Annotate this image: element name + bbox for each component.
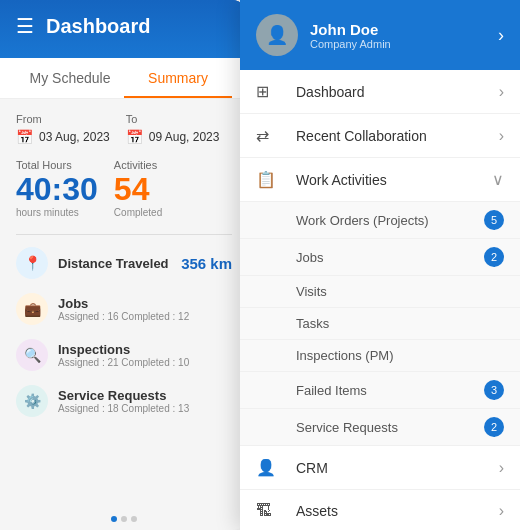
sub-item-failed-items[interactable]: Failed Items 3 — [240, 372, 520, 409]
stats-row: Total Hours 40:30 hours minutes Activiti… — [16, 159, 232, 218]
jobs-badge: 2 — [484, 247, 504, 267]
menu-item-work-activities[interactable]: 📋 Work Activities ∨ — [240, 158, 520, 202]
work-orders-badge: 5 — [484, 210, 504, 230]
to-date: 09 Aug, 2023 — [149, 130, 220, 144]
total-hours-label: Total Hours — [16, 159, 98, 171]
distance-item: 📍 Distance Traveled 356 km — [16, 247, 232, 279]
sub-item-jobs[interactable]: Jobs 2 — [240, 239, 520, 276]
service-label: Service Requests — [58, 388, 189, 403]
inspections-item: 🔍 Inspections Assigned : 21 Completed : … — [16, 339, 232, 371]
work-activities-chevron-icon: ∨ — [492, 170, 504, 189]
sub-item-work-orders[interactable]: Work Orders (Projects) 5 — [240, 202, 520, 239]
sub-item-inspections-pm[interactable]: Inspections (PM) — [240, 340, 520, 372]
service-sub: Assigned : 18 Completed : 13 — [58, 403, 189, 414]
date-row: From 📅 03 Aug, 2023 To 📅 09 Aug, 2023 — [16, 113, 232, 145]
dashboard-chevron-icon: › — [499, 83, 504, 101]
work-activities-icon: 📋 — [256, 170, 284, 189]
tabs-row: My Schedule Summary — [0, 58, 248, 99]
tasks-label: Tasks — [296, 316, 504, 331]
hours-value: 40:30 — [16, 173, 98, 205]
assets-chevron-icon: › — [499, 502, 504, 520]
to-date-group: To 📅 09 Aug, 2023 — [126, 113, 220, 145]
activities-group: Activities 54 Completed — [114, 159, 162, 218]
service-requests-label: Service Requests — [296, 420, 484, 435]
sub-item-tasks[interactable]: Tasks — [240, 308, 520, 340]
user-role: Company Admin — [310, 38, 391, 50]
user-info: 👤 John Doe Company Admin — [256, 14, 391, 56]
menu-item-crm[interactable]: 👤 CRM › — [240, 446, 520, 490]
page-title: Dashboard — [46, 15, 150, 38]
dot-1 — [111, 516, 117, 522]
divider — [16, 234, 232, 235]
from-date-group: From 📅 03 Aug, 2023 — [16, 113, 110, 145]
right-panel: 👤 John Doe Company Admin › ⊞ Dashboard ›… — [240, 0, 520, 530]
menu-item-assets[interactable]: 🏗 Assets › — [240, 490, 520, 530]
crm-icon: 👤 — [256, 458, 284, 477]
scroll-indicator — [111, 516, 137, 522]
total-hours-group: Total Hours 40:30 hours minutes — [16, 159, 98, 218]
menu-item-recent-collab[interactable]: ⇄ Recent Collaboration › — [240, 114, 520, 158]
inspections-icon: 🔍 — [16, 339, 48, 371]
user-chevron-icon: › — [498, 25, 504, 46]
crm-label: CRM — [296, 460, 499, 476]
failed-items-label: Failed Items — [296, 383, 484, 398]
jobs-sub-label: Jobs — [296, 250, 484, 265]
assets-label: Assets — [296, 503, 499, 519]
right-header[interactable]: 👤 John Doe Company Admin › — [240, 0, 520, 70]
distance-value: 356 km — [181, 255, 232, 272]
service-requests-badge: 2 — [484, 417, 504, 437]
inspections-label: Inspections — [58, 342, 189, 357]
jobs-sub: Assigned : 16 Completed : 12 — [58, 311, 189, 322]
calendar-icon-2: 📅 — [126, 129, 143, 145]
collab-chevron-icon: › — [499, 127, 504, 145]
activities-label: Activities — [114, 159, 162, 171]
to-label: To — [126, 113, 220, 125]
work-activities-label: Work Activities — [296, 172, 492, 188]
left-panel: ☰ Dashboard My Schedule Summary From 📅 0… — [0, 0, 248, 530]
left-header: ☰ Dashboard — [0, 0, 248, 58]
to-date-value: 📅 09 Aug, 2023 — [126, 129, 220, 145]
tab-my-schedule[interactable]: My Schedule — [16, 58, 124, 98]
hamburger-icon[interactable]: ☰ — [16, 14, 34, 38]
work-orders-label: Work Orders (Projects) — [296, 213, 484, 228]
dashboard-icon: ⊞ — [256, 82, 284, 101]
failed-items-badge: 3 — [484, 380, 504, 400]
activities-value: 54 — [114, 173, 162, 205]
menu-item-dashboard[interactable]: ⊞ Dashboard › — [240, 70, 520, 114]
user-name: John Doe — [310, 21, 391, 38]
inspections-pm-label: Inspections (PM) — [296, 348, 504, 363]
avatar: 👤 — [256, 14, 298, 56]
jobs-item: 💼 Jobs Assigned : 16 Completed : 12 — [16, 293, 232, 325]
from-label: From — [16, 113, 110, 125]
left-content: From 📅 03 Aug, 2023 To 📅 09 Aug, 2023 To… — [0, 99, 248, 529]
assets-icon: 🏗 — [256, 502, 284, 520]
service-requests-item: ⚙️ Service Requests Assigned : 18 Comple… — [16, 385, 232, 417]
from-date-value: 📅 03 Aug, 2023 — [16, 129, 110, 145]
jobs-icon: 💼 — [16, 293, 48, 325]
crm-chevron-icon: › — [499, 459, 504, 477]
from-date: 03 Aug, 2023 — [39, 130, 110, 144]
collab-icon: ⇄ — [256, 126, 284, 145]
inspections-sub: Assigned : 21 Completed : 10 — [58, 357, 189, 368]
collab-label: Recent Collaboration — [296, 128, 499, 144]
activities-sub: Completed — [114, 207, 162, 218]
sub-item-service-requests[interactable]: Service Requests 2 — [240, 409, 520, 446]
dot-3 — [131, 516, 137, 522]
hours-sub: hours minutes — [16, 207, 98, 218]
distance-label: Distance Traveled — [58, 256, 169, 271]
tab-summary[interactable]: Summary — [124, 58, 232, 98]
sub-item-visits[interactable]: Visits — [240, 276, 520, 308]
calendar-icon: 📅 — [16, 129, 33, 145]
location-icon: 📍 — [16, 247, 48, 279]
service-icon: ⚙️ — [16, 385, 48, 417]
visits-label: Visits — [296, 284, 504, 299]
dashboard-label: Dashboard — [296, 84, 499, 100]
jobs-label: Jobs — [58, 296, 189, 311]
dot-2 — [121, 516, 127, 522]
work-activities-submenu: Work Orders (Projects) 5 Jobs 2 Visits T… — [240, 202, 520, 446]
